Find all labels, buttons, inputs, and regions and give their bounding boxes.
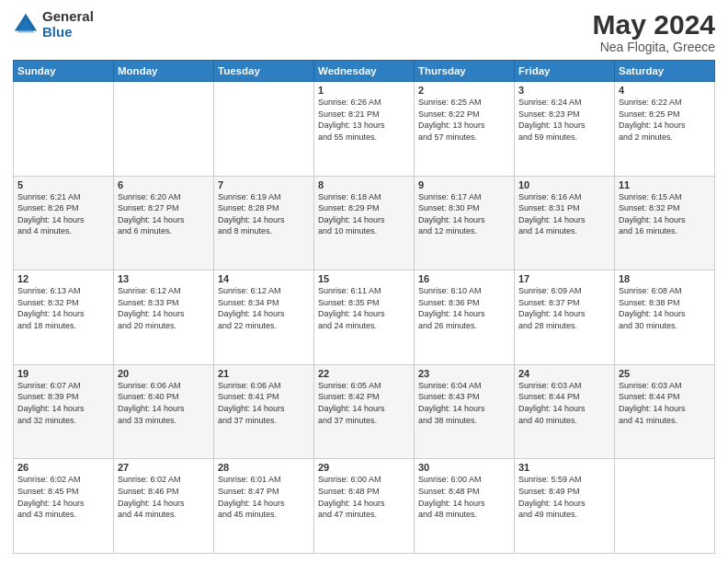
- day-info: Sunrise: 6:15 AM Sunset: 8:32 PM Dayligh…: [619, 191, 711, 237]
- page: General Blue May 2024 Nea Flogita, Greec…: [0, 0, 728, 563]
- day-number: 14: [218, 273, 310, 284]
- day-cell: 29Sunrise: 6:00 AM Sunset: 8:48 PM Dayli…: [314, 459, 415, 554]
- day-info: Sunrise: 6:02 AM Sunset: 8:46 PM Dayligh…: [118, 474, 210, 520]
- day-number: 15: [318, 273, 410, 284]
- day-cell: 10Sunrise: 6:16 AM Sunset: 8:31 PM Dayli…: [515, 176, 615, 270]
- day-number: 20: [118, 368, 210, 379]
- day-number: 7: [218, 179, 310, 190]
- day-info: Sunrise: 6:20 AM Sunset: 8:27 PM Dayligh…: [118, 191, 210, 237]
- day-cell: [615, 459, 715, 554]
- main-title: May 2024: [593, 9, 715, 40]
- day-number: 4: [619, 85, 711, 96]
- day-info: Sunrise: 6:21 AM Sunset: 8:26 PM Dayligh…: [17, 191, 109, 237]
- day-info: Sunrise: 6:13 AM Sunset: 8:32 PM Dayligh…: [17, 285, 109, 331]
- day-number: 21: [218, 368, 310, 379]
- day-cell: [214, 82, 314, 177]
- day-cell: 17Sunrise: 6:09 AM Sunset: 8:37 PM Dayli…: [515, 270, 615, 365]
- header-friday: Friday: [515, 61, 615, 82]
- day-cell: 22Sunrise: 6:05 AM Sunset: 8:42 PM Dayli…: [314, 364, 415, 459]
- day-cell: 16Sunrise: 6:10 AM Sunset: 8:36 PM Dayli…: [415, 270, 515, 365]
- day-cell: 5Sunrise: 6:21 AM Sunset: 8:26 PM Daylig…: [14, 176, 114, 270]
- calendar-table: Sunday Monday Tuesday Wednesday Thursday…: [13, 60, 715, 554]
- day-info: Sunrise: 6:03 AM Sunset: 8:44 PM Dayligh…: [518, 380, 610, 426]
- day-number: 10: [518, 179, 610, 190]
- logo-icon: [13, 12, 39, 38]
- day-cell: 13Sunrise: 6:12 AM Sunset: 8:33 PM Dayli…: [114, 270, 214, 365]
- title-block: May 2024 Nea Flogita, Greece: [593, 9, 715, 54]
- day-cell: 8Sunrise: 6:18 AM Sunset: 8:29 PM Daylig…: [314, 176, 415, 270]
- day-cell: 30Sunrise: 6:00 AM Sunset: 8:48 PM Dayli…: [415, 459, 515, 554]
- day-cell: 31Sunrise: 5:59 AM Sunset: 8:49 PM Dayli…: [515, 459, 615, 554]
- day-number: 17: [518, 273, 610, 284]
- day-number: 18: [619, 273, 711, 284]
- day-cell: 19Sunrise: 6:07 AM Sunset: 8:39 PM Dayli…: [14, 364, 114, 459]
- day-number: 31: [518, 462, 610, 473]
- day-info: Sunrise: 6:10 AM Sunset: 8:36 PM Dayligh…: [418, 285, 510, 331]
- day-cell: 11Sunrise: 6:15 AM Sunset: 8:32 PM Dayli…: [615, 176, 715, 270]
- subtitle: Nea Flogita, Greece: [593, 40, 715, 54]
- logo-text: General Blue: [42, 9, 94, 40]
- day-number: 11: [619, 179, 711, 190]
- day-info: Sunrise: 6:06 AM Sunset: 8:40 PM Dayligh…: [118, 380, 210, 426]
- day-cell: 2Sunrise: 6:25 AM Sunset: 8:22 PM Daylig…: [415, 82, 515, 177]
- day-number: 16: [418, 273, 510, 284]
- day-number: 28: [218, 462, 310, 473]
- day-number: 24: [518, 368, 610, 379]
- day-info: Sunrise: 6:22 AM Sunset: 8:25 PM Dayligh…: [619, 97, 711, 143]
- logo: General Blue: [13, 9, 94, 40]
- day-cell: 6Sunrise: 6:20 AM Sunset: 8:27 PM Daylig…: [114, 176, 214, 270]
- day-cell: 21Sunrise: 6:06 AM Sunset: 8:41 PM Dayli…: [214, 364, 314, 459]
- day-info: Sunrise: 6:04 AM Sunset: 8:43 PM Dayligh…: [418, 380, 510, 426]
- day-info: Sunrise: 6:00 AM Sunset: 8:48 PM Dayligh…: [418, 474, 510, 520]
- day-cell: 23Sunrise: 6:04 AM Sunset: 8:43 PM Dayli…: [415, 364, 515, 459]
- day-cell: [114, 82, 214, 177]
- day-cell: 18Sunrise: 6:08 AM Sunset: 8:38 PM Dayli…: [615, 270, 715, 365]
- day-number: 26: [17, 462, 109, 473]
- calendar-header-row: Sunday Monday Tuesday Wednesday Thursday…: [14, 61, 715, 82]
- day-info: Sunrise: 6:18 AM Sunset: 8:29 PM Dayligh…: [318, 191, 410, 237]
- day-number: 19: [17, 368, 109, 379]
- header-sunday: Sunday: [14, 61, 114, 82]
- day-info: Sunrise: 6:03 AM Sunset: 8:44 PM Dayligh…: [619, 380, 711, 426]
- day-cell: 14Sunrise: 6:12 AM Sunset: 8:34 PM Dayli…: [214, 270, 314, 365]
- week-row-3: 12Sunrise: 6:13 AM Sunset: 8:32 PM Dayli…: [14, 270, 715, 365]
- day-number: 30: [418, 462, 510, 473]
- day-cell: [14, 82, 114, 177]
- day-cell: 25Sunrise: 6:03 AM Sunset: 8:44 PM Dayli…: [615, 364, 715, 459]
- header-tuesday: Tuesday: [214, 61, 314, 82]
- day-cell: 20Sunrise: 6:06 AM Sunset: 8:40 PM Dayli…: [114, 364, 214, 459]
- day-number: 22: [318, 368, 410, 379]
- day-cell: 4Sunrise: 6:22 AM Sunset: 8:25 PM Daylig…: [615, 82, 715, 177]
- day-cell: 26Sunrise: 6:02 AM Sunset: 8:45 PM Dayli…: [14, 459, 114, 554]
- day-info: Sunrise: 6:16 AM Sunset: 8:31 PM Dayligh…: [518, 191, 610, 237]
- header-monday: Monday: [114, 61, 214, 82]
- header-saturday: Saturday: [615, 61, 715, 82]
- day-info: Sunrise: 6:06 AM Sunset: 8:41 PM Dayligh…: [218, 380, 310, 426]
- day-cell: 9Sunrise: 6:17 AM Sunset: 8:30 PM Daylig…: [415, 176, 515, 270]
- day-cell: 3Sunrise: 6:24 AM Sunset: 8:23 PM Daylig…: [515, 82, 615, 177]
- week-row-2: 5Sunrise: 6:21 AM Sunset: 8:26 PM Daylig…: [14, 176, 715, 270]
- week-row-4: 19Sunrise: 6:07 AM Sunset: 8:39 PM Dayli…: [14, 364, 715, 459]
- day-info: Sunrise: 6:17 AM Sunset: 8:30 PM Dayligh…: [418, 191, 510, 237]
- day-number: 2: [418, 85, 510, 96]
- day-number: 6: [118, 179, 210, 190]
- day-number: 3: [518, 85, 610, 96]
- day-info: Sunrise: 6:25 AM Sunset: 8:22 PM Dayligh…: [418, 97, 510, 143]
- day-cell: 7Sunrise: 6:19 AM Sunset: 8:28 PM Daylig…: [214, 176, 314, 270]
- day-info: Sunrise: 6:08 AM Sunset: 8:38 PM Dayligh…: [619, 285, 711, 331]
- logo-general-text: General: [42, 9, 94, 25]
- day-number: 25: [619, 368, 711, 379]
- day-info: Sunrise: 6:19 AM Sunset: 8:28 PM Dayligh…: [218, 191, 310, 237]
- day-number: 1: [318, 85, 410, 96]
- day-number: 23: [418, 368, 510, 379]
- day-cell: 1Sunrise: 6:26 AM Sunset: 8:21 PM Daylig…: [314, 82, 415, 177]
- day-cell: 24Sunrise: 6:03 AM Sunset: 8:44 PM Dayli…: [515, 364, 615, 459]
- logo-blue-text: Blue: [42, 25, 94, 40]
- day-number: 27: [118, 462, 210, 473]
- day-info: Sunrise: 6:11 AM Sunset: 8:35 PM Dayligh…: [318, 285, 410, 331]
- day-info: Sunrise: 6:07 AM Sunset: 8:39 PM Dayligh…: [17, 380, 109, 426]
- day-number: 29: [318, 462, 410, 473]
- header-wednesday: Wednesday: [314, 61, 415, 82]
- day-cell: 15Sunrise: 6:11 AM Sunset: 8:35 PM Dayli…: [314, 270, 415, 365]
- week-row-1: 1Sunrise: 6:26 AM Sunset: 8:21 PM Daylig…: [14, 82, 715, 177]
